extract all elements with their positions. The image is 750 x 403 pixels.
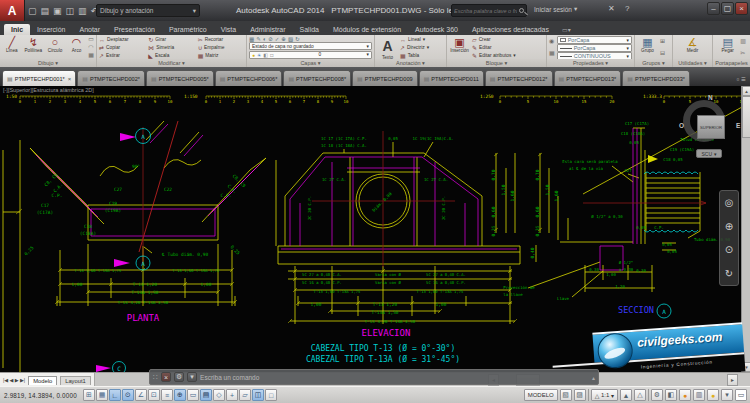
insercion-button[interactable]: ▣ Inserción — [449, 36, 470, 59]
status-toggle-2[interactable]: ∟ — [109, 389, 121, 401]
search-icon[interactable] — [519, 8, 524, 13]
workspace-dropdown[interactable]: Dibujo y anotación ▾ — [96, 4, 200, 17]
layer-tool-icon[interactable]: ⊕ — [281, 36, 286, 42]
toolbar-lock-icon[interactable]: ◧ — [665, 389, 677, 401]
directriz-button[interactable]: ↗Directriz ▾ — [400, 44, 444, 51]
viewcube-top-face[interactable]: SUPERIOR — [697, 115, 725, 139]
search-input[interactable] — [454, 8, 517, 14]
customize-icon[interactable]: ⚙ — [174, 372, 184, 382]
recortar-button[interactable]: ✂Recortar — [198, 36, 244, 43]
close-command-icon[interactable]: × — [161, 372, 171, 382]
help-search-box[interactable] — [451, 4, 527, 17]
ribbon-tab-salida[interactable]: Salida — [293, 24, 326, 35]
file-tab-ptmptechpd011[interactable]: ▤PTMPTECHPD011 — [419, 70, 484, 86]
scroll-up-button[interactable]: ▲ — [742, 86, 750, 96]
status-toggle-8[interactable]: ▭ — [187, 389, 199, 401]
status-toggle-9[interactable]: ▤ — [200, 389, 212, 401]
ribbon-tab-módulos-de-extensión[interactable]: Módulos de extensión — [326, 24, 408, 35]
layer-dropdown[interactable]: ●☀◧□ 0▾ — [249, 51, 372, 59]
file-tab-ptmptechpd002[interactable]: ▤PTMPTECHPD002* — [77, 70, 145, 86]
polilínea-button[interactable]: ↯Polilínea — [24, 36, 44, 59]
girar-button[interactable]: ↻Girar — [148, 36, 194, 43]
sign-in-button[interactable]: Iniciar sesión ▾ — [534, 5, 577, 13]
ungroup-icon[interactable]: ⊟ — [660, 50, 665, 57]
arco-button[interactable]: ◠Arco — [67, 36, 87, 59]
ribbon-tab-vista[interactable]: Vista — [214, 24, 243, 35]
navigation-wheel-icon[interactable]: ◎ — [725, 197, 734, 208]
lineal-button[interactable]: ↔Lineal ▾ — [400, 37, 444, 43]
application-menu-button[interactable]: A — [0, 0, 25, 21]
ribbon-tab-paramétrico[interactable]: Paramétrico — [162, 24, 214, 35]
linetype-dropdown[interactable]: CONTINUOUS▾ — [557, 52, 632, 59]
drawing-area[interactable]: [-][Superior][Estructura alámbrica 2D] 1… — [0, 86, 750, 372]
layer-tool-icon[interactable]: ▦ — [249, 36, 254, 42]
layer-on-icon[interactable]: ● — [252, 52, 255, 58]
texto-button[interactable]: A Texto — [377, 36, 398, 59]
copiar-button[interactable]: ⇄Copiar — [99, 44, 145, 51]
estirar-button[interactable]: ↗Estirar — [99, 52, 145, 59]
layer-lock-icon[interactable]: ◧ — [264, 52, 269, 58]
recent-commands-icon[interactable]: ▾ — [187, 372, 197, 382]
exchange-apps-icon[interactable]: ✕ — [608, 4, 615, 13]
ribbon-minimize-icon[interactable]: ▭▾ — [562, 26, 571, 35]
status-toggle-7[interactable]: ⊕ — [174, 389, 186, 401]
list-icon[interactable]: ▦ — [549, 50, 555, 57]
layer-tool-icon[interactable]: ◐ — [263, 36, 266, 42]
línea-button[interactable]: ╱Línea — [2, 36, 22, 59]
viewport-controls[interactable]: [-][Superior][Estructura alámbrica 2D] — [3, 87, 94, 93]
escala-button[interactable]: ◣Escala — [148, 52, 194, 59]
status-toggle-3[interactable]: ⊙ — [122, 389, 134, 401]
layer-color-icon[interactable]: □ — [270, 52, 273, 58]
layer-tool-icon[interactable]: ⊘ — [268, 36, 273, 42]
pegar-button[interactable]: ▤ Pegar — [717, 36, 738, 59]
layer-tool-icon[interactable]: ✎ — [256, 36, 261, 42]
layer-tool-icon[interactable]: ✓ — [275, 36, 280, 42]
zoom-icon[interactable]: ⊙ — [725, 244, 733, 255]
close-tab-icon[interactable]: × — [68, 76, 72, 82]
dibujo-flyout-icon[interactable]: ▦ — [88, 52, 94, 59]
panel-title-modificar[interactable]: Modificar ▾ — [97, 59, 246, 67]
orbit-icon[interactable]: ↻ — [725, 268, 733, 279]
status-toggle-12[interactable]: ▱ — [239, 389, 251, 401]
ribbon-tab-inic[interactable]: Inic — [4, 24, 30, 35]
qat-save-icon[interactable]: ▣ — [52, 6, 63, 16]
file-tab-ptmptechpd006[interactable]: ▤PTMPTECHPD006* — [215, 70, 283, 86]
qat-save-as-icon[interactable]: ◫ — [65, 6, 76, 16]
compass-north[interactable]: N — [708, 94, 713, 101]
status-toggle-5[interactable]: ⊡ — [148, 389, 160, 401]
quick-view-drawings-icon[interactable]: ▨ — [574, 389, 586, 401]
status-toggle-0[interactable]: ⊞ — [83, 389, 95, 401]
layer-freeze-icon[interactable]: ☀ — [257, 52, 261, 58]
panel-title-dibujo[interactable]: Dibujo ▾ — [0, 59, 96, 67]
editar-atributos-button[interactable]: ✎Editar atributos ▾ — [472, 52, 544, 59]
cut-icon[interactable]: ✂ — [740, 50, 746, 57]
compass-east[interactable]: E — [736, 122, 740, 129]
layer-tool-icon[interactable]: ↻ — [295, 36, 300, 42]
compass-west[interactable]: O — [679, 122, 684, 129]
color-wheel-icon[interactable]: ◉ — [549, 38, 555, 45]
círculo-button[interactable]: ○Círculo — [45, 36, 65, 59]
layout-nav-buttons[interactable]: |◀ ◀ ▶ ▶| — [3, 377, 25, 383]
grupo-button[interactable]: ▦ Grupo — [637, 36, 658, 59]
file-tab-ptmptechpd012[interactable]: ▤PTMPTECHPD012* — [485, 70, 553, 86]
file-tab-ptmptechpd009[interactable]: ▤PTMPTECHPD009 — [352, 70, 418, 86]
panel-title-capas[interactable]: Capas ▾ — [247, 59, 374, 67]
object-color-dropdown[interactable]: PorCapa▾ — [557, 36, 632, 44]
simetría-button[interactable]: ⋈Simetría — [148, 44, 194, 51]
ribbon-tab-administrar[interactable]: Administrar — [243, 24, 292, 35]
command-history-icon[interactable]: ▴ — [592, 374, 595, 381]
restore-button[interactable]: ▢ — [721, 2, 734, 15]
new-drawing-icon[interactable]: ▫ — [736, 75, 739, 84]
group-edit-icon[interactable]: ⊞ — [660, 38, 665, 45]
status-toggle-6[interactable]: ≡ — [161, 389, 173, 401]
file-tab-ptmptechpd013[interactable]: ▤PTMPTECHPD013* — [554, 70, 622, 86]
ribbon-tab-presentación[interactable]: Presentación — [107, 24, 162, 35]
viewcube-ucs-menu[interactable]: SCU▾ — [696, 149, 722, 158]
chevron-down-icon[interactable]: ▾ — [721, 389, 733, 401]
viewcube[interactable]: N O E S SUPERIOR SCU▾ — [683, 100, 739, 156]
panel-title-utilidades[interactable]: Utilidades ▾ — [673, 59, 712, 67]
qat-plot-icon[interactable]: ▥ — [77, 6, 88, 16]
autoscale-icon[interactable]: △ — [634, 389, 646, 401]
tab-modelo[interactable]: Modelo — [28, 376, 57, 385]
help-icon[interactable]: ? — [625, 4, 629, 13]
